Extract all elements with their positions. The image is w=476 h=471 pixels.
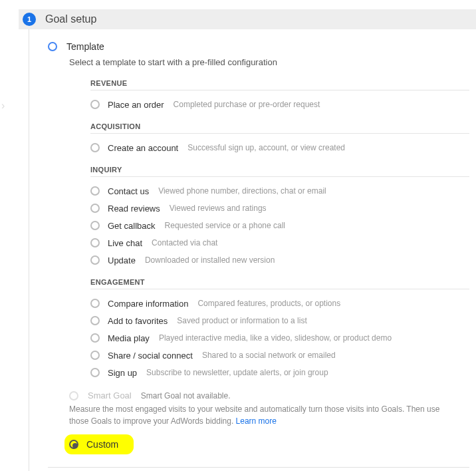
smart-goal-status: Smart Goal not available. [141, 391, 231, 400]
radio-icon[interactable] [48, 42, 57, 51]
option-compare-information[interactable]: Compare information Compared features, p… [90, 295, 469, 312]
radio-icon[interactable] [90, 100, 100, 109]
group-engagement: ENGAGEMENT Compare information Compared … [90, 278, 469, 381]
radio-icon[interactable] [90, 255, 100, 265]
option-contact-us[interactable]: Contact us Viewed phone number, directio… [90, 182, 469, 200]
option-label: Contact us [108, 186, 149, 196]
step-body: Template Select a template to start with… [29, 29, 476, 471]
learn-more-link[interactable]: Learn more [236, 416, 277, 426]
radio-icon[interactable] [90, 204, 100, 213]
option-template[interactable]: Template [48, 41, 469, 52]
group-title: ENGAGEMENT [90, 278, 469, 289]
option-desc: Played interactive media, like a video, … [159, 333, 392, 343]
step-header: 1 Goal setup [19, 9, 476, 29]
option-desc: Viewed reviews and ratings [170, 204, 267, 213]
option-desc: Completed purchase or pre-order request [174, 100, 320, 109]
option-desc: Viewed phone number, directions, chat or… [158, 186, 326, 196]
radio-icon[interactable] [90, 351, 100, 360]
radio-icon[interactable] [90, 186, 100, 196]
option-label: Add to favorites [108, 316, 168, 326]
option-desc: Shared to a social network or emailed [202, 351, 336, 360]
template-help-text: Select a template to start with a pre-fi… [69, 57, 469, 67]
option-desc: Saved product or information to a list [177, 316, 306, 325]
option-label: Create an account [108, 143, 178, 153]
group-revenue: REVENUE Place an order Completed purchas… [90, 79, 469, 113]
smart-goal-label: Smart Goal [88, 391, 132, 400]
option-get-callback[interactable]: Get callback Requested service or a phon… [90, 217, 469, 234]
option-read-reviews[interactable]: Read reviews Viewed reviews and ratings [90, 200, 469, 217]
option-desc: Compared features, products, or options [197, 299, 340, 308]
option-desc: Downloaded or installed new version [145, 255, 275, 265]
option-custom[interactable]: Custom [66, 436, 132, 452]
radio-icon[interactable] [90, 299, 100, 308]
group-title: REVENUE [90, 79, 469, 90]
option-create-an-account[interactable]: Create an account Successful sign up, ac… [90, 139, 469, 156]
divider [48, 467, 469, 468]
option-sign-up[interactable]: Sign up Subscribe to newsletter, update … [90, 364, 469, 381]
radio-icon[interactable] [90, 316, 100, 325]
option-update[interactable]: Update Downloaded or installed new versi… [90, 251, 469, 269]
option-media-play[interactable]: Media play Played interactive media, lik… [90, 329, 469, 347]
option-live-chat[interactable]: Live chat Contacted via chat [90, 234, 469, 251]
radio-icon [69, 391, 78, 400]
option-label: Live chat [108, 238, 142, 248]
group-title: ACQUISITION [90, 122, 469, 134]
option-smart-goal: Smart Goal Smart Goal not available. Mea… [69, 391, 469, 427]
radio-icon[interactable] [90, 143, 100, 152]
option-label: Update [108, 255, 136, 265]
radio-icon[interactable] [90, 238, 100, 247]
option-label: Sign up [108, 368, 137, 378]
option-custom-label: Custom [86, 439, 118, 450]
option-label: Media play [108, 333, 150, 343]
smart-goal-desc: Measure the most engaged visits to your … [69, 403, 455, 427]
option-label: Get callback [108, 221, 156, 231]
option-add-to-favorites[interactable]: Add to favorites Saved product or inform… [90, 312, 469, 329]
option-desc: Successful sign up, account, or view cre… [187, 143, 345, 152]
group-acquisition: ACQUISITION Create an account Successful… [90, 122, 469, 156]
option-label: Place an order [108, 100, 164, 110]
radio-icon[interactable] [90, 221, 100, 230]
step-title: Goal setup [45, 13, 96, 25]
step-number-badge: 1 [23, 13, 36, 26]
option-label: Share / social connect [108, 351, 193, 361]
option-share-social-connect[interactable]: Share / social connect Shared to a socia… [90, 347, 469, 364]
option-place-an-order[interactable]: Place an order Completed purchase or pre… [90, 96, 469, 113]
radio-icon[interactable] [69, 440, 78, 449]
option-desc: Contacted via chat [152, 238, 217, 247]
group-inquiry: INQUIRY Contact us Viewed phone number, … [90, 166, 469, 269]
radio-icon[interactable] [90, 368, 100, 377]
option-label: Read reviews [108, 204, 160, 214]
radio-icon[interactable] [90, 333, 100, 343]
option-label: Compare information [108, 299, 188, 309]
option-desc: Subscribe to newsletter, update alerts, … [146, 368, 328, 377]
option-desc: Requested service or a phone call [165, 221, 285, 230]
group-title: INQUIRY [90, 166, 469, 177]
option-template-label: Template [66, 41, 104, 52]
chevron-right-icon: › [1, 100, 5, 112]
